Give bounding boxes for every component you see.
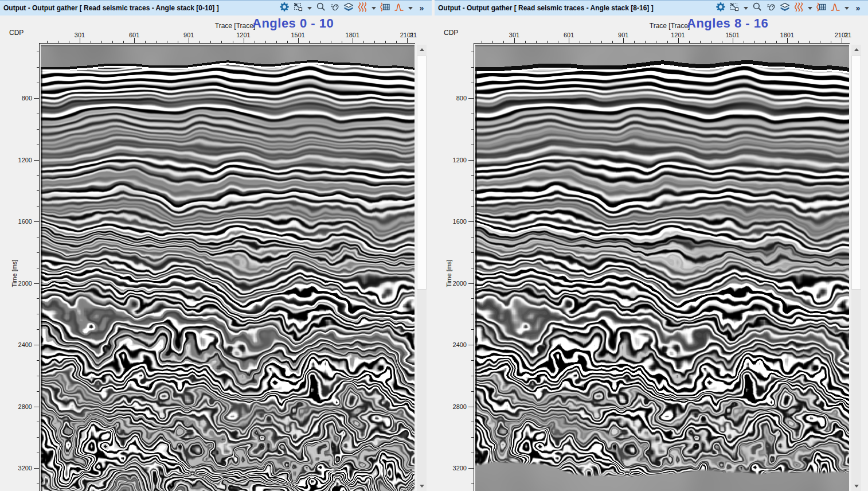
x-tick-label: 1801 — [775, 32, 800, 38]
more-tools-button[interactable]: » — [416, 2, 427, 14]
y-tick — [471, 484, 474, 484]
y-tick — [471, 206, 474, 206]
y-tick — [471, 453, 474, 453]
x-tick — [492, 41, 493, 43]
y-tick — [37, 83, 39, 83]
y-tick-label: 2800 — [440, 403, 467, 410]
x-tick-label: 601 — [556, 32, 581, 38]
x-tick — [407, 38, 408, 43]
y-axis-line — [39, 43, 40, 491]
trace-table-button[interactable] — [380, 2, 390, 14]
histogram-button[interactable] — [393, 2, 404, 14]
zoom-button[interactable] — [315, 2, 326, 14]
histogram-button[interactable] — [830, 2, 840, 14]
pointer-select-button[interactable] — [729, 2, 740, 14]
trace-table-icon — [380, 2, 390, 14]
layers-button[interactable] — [779, 2, 790, 14]
vertical-scrollbar[interactable] — [417, 45, 427, 491]
cdp-label: CDP — [9, 29, 24, 37]
vertical-scrollbar[interactable] — [851, 45, 861, 491]
wiggle-traces-button[interactable] — [357, 2, 367, 14]
trace-table-button[interactable] — [816, 2, 827, 14]
x-tick-label: 301 — [67, 32, 92, 38]
x-tick — [645, 41, 646, 43]
y-tick — [37, 360, 39, 361]
y-tick — [37, 67, 39, 68]
mouse-options-button[interactable] — [329, 2, 340, 14]
y-tick-label: 3200 — [440, 465, 467, 471]
y-tick — [37, 422, 39, 422]
y-tick — [471, 83, 474, 83]
x-tick — [667, 41, 668, 43]
y-tick — [37, 252, 39, 253]
x-tick — [503, 41, 504, 43]
x-tick — [591, 41, 591, 43]
window-title: Output - Output gather [ Read seismic tr… — [435, 4, 715, 12]
mouse-options-button[interactable] — [765, 2, 776, 14]
scrollbar-thumb[interactable] — [417, 56, 427, 290]
y-tick — [471, 145, 474, 145]
x-tick — [189, 38, 189, 43]
seismic-image[interactable] — [41, 45, 415, 491]
settings-gear-button[interactable] — [279, 2, 290, 14]
more-tools-button[interactable]: » — [853, 2, 863, 14]
plot-region: CDP Trace [Trace] Angles 0 - 10 Time [ms… — [0, 15, 432, 491]
y-tick-label: 2000 — [440, 280, 467, 287]
x-tick — [514, 38, 515, 43]
histogram-dropdown[interactable] — [407, 2, 413, 14]
y-tick — [471, 67, 474, 68]
wiggle-traces-dropdown[interactable] — [370, 2, 377, 14]
window-title: Output - Output gather [ Read seismic tr… — [0, 4, 279, 12]
x-tick — [112, 41, 113, 43]
histogram-dropdown[interactable] — [843, 2, 850, 14]
x-axis-line — [474, 43, 850, 44]
layers-icon — [780, 2, 790, 14]
x-tick-label: 1801 — [340, 32, 365, 38]
settings-gear-button[interactable] — [715, 2, 726, 14]
dropdown-arrow-icon — [744, 7, 748, 10]
x-tick — [776, 41, 777, 43]
y-tick — [37, 391, 39, 392]
layers-button[interactable] — [343, 2, 354, 14]
x-tick — [342, 41, 342, 43]
y-tick — [471, 422, 474, 422]
scroll-down-button[interactable] — [417, 481, 427, 491]
scroll-up-button[interactable] — [417, 45, 427, 54]
scroll-up-button[interactable] — [851, 45, 861, 54]
y-tick — [34, 160, 39, 161]
wiggle-traces-button[interactable] — [793, 2, 804, 14]
x-tick — [601, 41, 602, 43]
x-tick — [733, 38, 733, 43]
y-tick — [37, 376, 39, 376]
pointer-select-button[interactable] — [292, 2, 303, 14]
y-tick — [37, 190, 39, 191]
x-tick — [536, 41, 537, 43]
trace-table-icon — [816, 2, 827, 14]
x-tick — [612, 41, 613, 43]
x-tick — [47, 41, 48, 43]
x-tick — [178, 41, 178, 43]
x-tick — [711, 41, 711, 43]
pointer-select-dropdown[interactable] — [306, 2, 312, 14]
x-tick — [656, 41, 656, 43]
arrow-down-icon — [420, 485, 424, 488]
wiggle-traces-icon — [794, 2, 803, 14]
wiggle-traces-dropdown[interactable] — [807, 2, 813, 14]
zoom-button[interactable] — [752, 2, 763, 14]
pointer-select-dropdown[interactable] — [742, 2, 749, 14]
pointer-select-icon — [293, 2, 303, 14]
zoom-icon — [752, 2, 763, 14]
y-tick — [468, 283, 474, 284]
y-tick — [471, 376, 474, 376]
seismic-viewer-workspace: Output - Output gather [ Read seismic tr… — [0, 0, 868, 491]
x-tick — [265, 41, 266, 43]
y-tick-label: 2400 — [6, 341, 32, 348]
x-tick — [558, 41, 558, 43]
x-tick — [80, 38, 80, 43]
y-tick — [37, 175, 39, 176]
x-tick — [569, 38, 569, 43]
x-tick — [385, 41, 386, 43]
scroll-down-button[interactable] — [851, 481, 861, 491]
seismic-image[interactable] — [475, 45, 849, 491]
scrollbar-thumb[interactable] — [851, 56, 861, 290]
